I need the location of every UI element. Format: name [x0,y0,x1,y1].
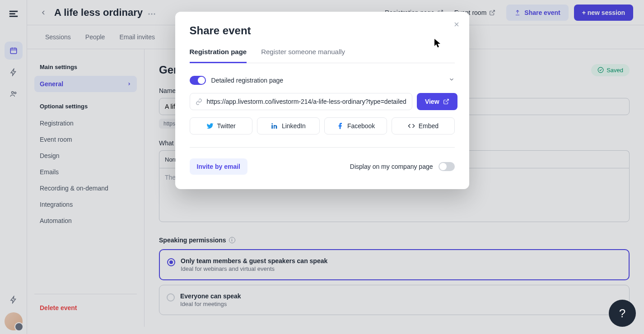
button-label: Facebook [347,122,375,130]
facebook-icon [336,122,344,130]
share-linkedin-button[interactable]: LinkedIn [257,117,320,135]
modal-footer: Invite by email Display on my company pa… [190,158,455,175]
button-label: View [425,98,439,105]
company-label: Display on my company page [350,163,433,170]
modal-overlay[interactable]: Share event Registration page Register s… [0,0,644,334]
modal-tab-registration[interactable]: Registration page [190,48,247,63]
share-facebook-button[interactable]: Facebook [324,117,387,135]
twitter-icon [206,122,214,130]
detailed-toggle[interactable] [190,76,206,85]
button-label: LinkedIn [282,122,306,130]
company-toggle-row: Display on my company page [350,162,455,171]
chevron-down-icon[interactable] [448,76,455,84]
question-icon: ? [619,306,625,320]
modal-tabs: Registration page Register someone manua… [190,48,455,63]
share-twitter-button[interactable]: Twitter [190,117,252,135]
url-row: https://app.livestorm.co/livestorm-214/a… [190,93,455,110]
code-icon [408,122,415,130]
embed-button[interactable]: Embed [392,117,454,135]
divider [190,147,455,148]
url-text: https://app.livestorm.co/livestorm-214/a… [207,98,406,105]
share-event-modal: Share event Registration page Register s… [175,12,469,189]
company-toggle[interactable] [439,162,455,171]
view-button[interactable]: View [417,93,457,110]
button-label: Embed [419,122,439,130]
modal-title: Share event [190,24,455,37]
social-row: Twitter LinkedIn Facebook Embed [190,117,455,135]
button-label: Twitter [217,122,236,130]
linkedin-icon [271,122,278,130]
link-icon [196,98,202,105]
modal-tab-manual[interactable]: Register someone manually [261,48,345,63]
detailed-toggle-row: Detailed registration page [190,76,455,85]
close-button[interactable] [453,21,460,30]
url-field[interactable]: https://app.livestorm.co/livestorm-214/a… [190,93,412,110]
external-link-icon [443,98,449,105]
invite-by-email-button[interactable]: Invite by email [190,158,247,175]
toggle-label: Detailed registration page [211,77,445,84]
close-icon [453,21,460,28]
help-button[interactable]: ? [609,300,636,327]
